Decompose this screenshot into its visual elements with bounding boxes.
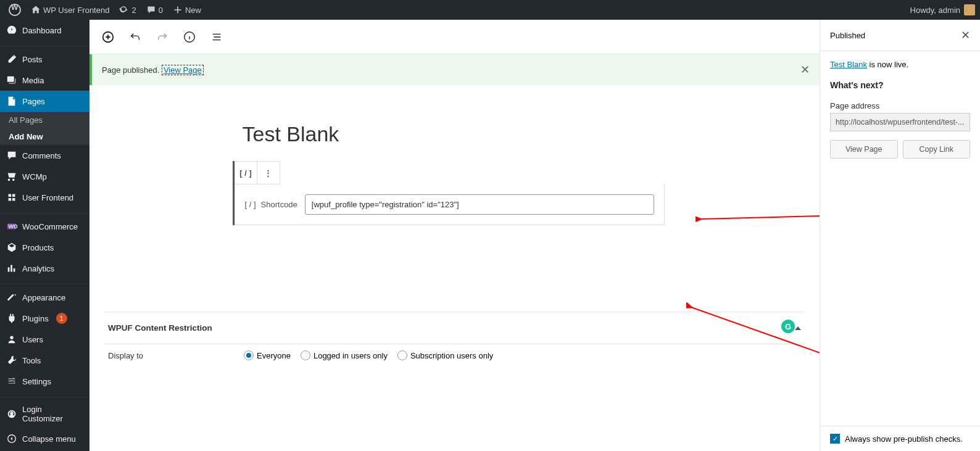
avatar [964, 4, 975, 15]
annotation-arrow-2 [686, 302, 820, 383]
wp-logo[interactable] [5, 4, 25, 16]
live-message: Test Blank is now live. [830, 60, 970, 69]
account-menu[interactable]: Howdy, admin [910, 4, 975, 15]
updates-count: 2 [131, 6, 136, 15]
submenu-all-pages[interactable]: All Pages [0, 112, 89, 128]
home-icon [31, 5, 41, 15]
menu-dashboard[interactable]: Dashboard [0, 20, 89, 41]
editor-main: Page published. View Page ✕ Test Blank [… [89, 20, 820, 451]
block-type-icon[interactable]: [ / ] [235, 162, 257, 184]
comment-icon [146, 5, 156, 15]
menu-tools[interactable]: Tools [0, 350, 89, 371]
publish-panel: Published ✕ Test Blank is now live. What… [820, 20, 980, 451]
new-label: New [185, 6, 201, 15]
prepublish-checkbox[interactable]: ✓ [830, 434, 840, 444]
annotation-arrow-1 [696, 212, 820, 230]
info-button[interactable] [178, 26, 201, 48]
redo-button[interactable] [151, 26, 173, 48]
menu-comments[interactable]: Comments [0, 145, 89, 166]
notice-text: Page published. [102, 65, 159, 75]
menu-appearance[interactable]: Appearance [0, 287, 89, 308]
grammarly-icon[interactable]: G [781, 320, 795, 333]
refresh-icon [119, 5, 129, 15]
page-title[interactable]: Test Blank [243, 122, 665, 146]
outline-button[interactable] [206, 26, 228, 48]
notice-close[interactable]: ✕ [800, 63, 810, 77]
svg-line-8 [691, 307, 820, 373]
plus-icon [173, 5, 183, 15]
shortcode-block[interactable]: [ / ] ⋮ [ / ] Shortcode [233, 161, 665, 225]
page-address-field[interactable]: http://localhost/wpuserfrontend/test-... [830, 113, 970, 131]
site-name: WP User Frontend [43, 6, 109, 15]
svg-line-6 [700, 213, 820, 219]
shortcode-input[interactable] [305, 194, 654, 215]
submenu-add-new[interactable]: Add New [0, 128, 89, 145]
menu-media[interactable]: Media [0, 70, 89, 91]
menu-pages[interactable]: Pages [0, 91, 89, 112]
live-page-link[interactable]: Test Blank [830, 60, 867, 69]
metabox-title: WPUF Content Restriction [108, 323, 212, 333]
svg-text:woo: woo [8, 221, 17, 230]
editor-toolbar [89, 20, 820, 54]
admin-sidebar: Dashboard Posts Media Pages All Pages Ad… [0, 20, 89, 451]
add-block-button[interactable] [97, 26, 119, 48]
radio-loggedin[interactable]: Logged in users only [301, 350, 388, 360]
panel-close[interactable]: ✕ [961, 28, 970, 42]
menu-collapse[interactable]: Collapse menu [0, 428, 89, 449]
radio-everyone[interactable]: Everyone [244, 350, 291, 360]
display-to-label: Display to [108, 351, 219, 360]
site-home[interactable]: WP User Frontend [27, 5, 113, 15]
menu-user-frontend[interactable]: User Frontend [0, 187, 89, 208]
prepublish-label: Always show pre-publish checks. [845, 434, 963, 444]
menu-products[interactable]: Products [0, 237, 89, 258]
menu-woocommerce[interactable]: wooWooCommerce [0, 216, 89, 237]
admin-topbar: WP User Frontend 2 0 New Howdy, admin [0, 0, 980, 20]
comments-count: 0 [159, 6, 163, 15]
menu-analytics[interactable]: Analytics [0, 258, 89, 279]
new-content[interactable]: New [169, 5, 205, 15]
comments-link[interactable]: 0 [143, 5, 167, 15]
menu-login-customizer[interactable]: Login Customizer [0, 400, 89, 428]
view-page-link[interactable]: View Page [162, 65, 204, 75]
radio-subscription[interactable]: Subscription users only [397, 350, 493, 360]
shortcode-label: [ / ] Shortcode [245, 200, 297, 209]
view-page-button[interactable]: View Page [830, 140, 898, 159]
menu-plugins[interactable]: Plugins1 [0, 308, 89, 329]
menu-wcmp[interactable]: WCMp [0, 166, 89, 187]
menu-users[interactable]: Users [0, 329, 89, 350]
plugins-badge: 1 [56, 313, 67, 324]
whats-next-heading: What's next? [830, 80, 970, 90]
block-more-icon[interactable]: ⋮ [257, 162, 280, 184]
updates[interactable]: 2 [115, 5, 139, 15]
publish-notice: Page published. View Page ✕ [89, 54, 820, 85]
undo-button[interactable] [124, 26, 146, 48]
copy-link-button[interactable]: Copy Link [903, 140, 971, 159]
howdy-text: Howdy, admin [910, 6, 960, 15]
panel-title: Published [830, 31, 865, 40]
menu-settings[interactable]: Settings [0, 371, 89, 392]
menu-posts[interactable]: Posts [0, 49, 89, 70]
page-address-label: Page address [830, 101, 970, 110]
